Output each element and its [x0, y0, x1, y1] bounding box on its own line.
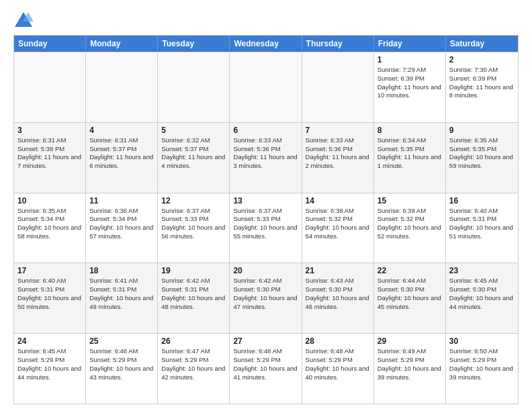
- day-info: Sunrise: 6:41 AM Sunset: 5:31 PM Dayligh…: [89, 277, 154, 311]
- header-day-thursday: Thursday: [302, 36, 374, 52]
- day-info: Sunrise: 6:46 AM Sunset: 5:29 PM Dayligh…: [89, 347, 154, 381]
- day-cell-9: 9Sunrise: 6:35 AM Sunset: 5:35 PM Daylig…: [446, 123, 518, 193]
- day-info: Sunrise: 6:40 AM Sunset: 5:31 PM Dayligh…: [17, 277, 82, 311]
- day-info: Sunrise: 6:48 AM Sunset: 5:29 PM Dayligh…: [306, 347, 370, 381]
- day-cell-12: 12Sunrise: 6:37 AM Sunset: 5:33 PM Dayli…: [158, 193, 230, 263]
- day-cell-25: 25Sunrise: 6:46 AM Sunset: 5:29 PM Dayli…: [86, 334, 158, 404]
- day-cell-6: 6Sunrise: 6:33 AM Sunset: 5:36 PM Daylig…: [230, 123, 302, 193]
- day-cell-4: 4Sunrise: 6:31 AM Sunset: 5:37 PM Daylig…: [86, 123, 158, 193]
- day-info: Sunrise: 6:44 AM Sunset: 5:30 PM Dayligh…: [378, 277, 442, 311]
- day-cell-2: 2Sunrise: 7:30 AM Sunset: 6:39 PM Daylig…: [446, 52, 518, 122]
- day-cell-30: 30Sunrise: 6:50 AM Sunset: 5:29 PM Dayli…: [446, 334, 518, 404]
- day-cell-13: 13Sunrise: 6:37 AM Sunset: 5:33 PM Dayli…: [230, 193, 302, 263]
- day-number: 26: [161, 336, 226, 346]
- day-number: 5: [161, 126, 226, 135]
- day-number: 10: [17, 196, 82, 205]
- day-cell-3: 3Sunrise: 6:31 AM Sunset: 5:38 PM Daylig…: [14, 123, 86, 193]
- day-info: Sunrise: 6:31 AM Sunset: 5:37 PM Dayligh…: [89, 136, 154, 171]
- day-number: 11: [89, 196, 154, 205]
- day-cell-11: 11Sunrise: 6:36 AM Sunset: 5:34 PM Dayli…: [86, 193, 158, 263]
- day-cell-29: 29Sunrise: 6:49 AM Sunset: 5:29 PM Dayli…: [374, 334, 446, 404]
- day-number: 27: [233, 336, 298, 346]
- day-cell-20: 20Sunrise: 6:42 AM Sunset: 5:30 PM Dayli…: [230, 263, 302, 333]
- empty-cell: [302, 52, 374, 122]
- day-number: 16: [449, 196, 515, 205]
- day-cell-18: 18Sunrise: 6:41 AM Sunset: 5:31 PM Dayli…: [86, 263, 158, 333]
- header-day-wednesday: Wednesday: [230, 36, 302, 52]
- day-number: 23: [449, 266, 515, 275]
- day-cell-24: 24Sunrise: 6:45 AM Sunset: 5:29 PM Dayli…: [14, 334, 86, 404]
- day-info: Sunrise: 6:31 AM Sunset: 5:38 PM Dayligh…: [17, 136, 82, 171]
- empty-cell: [230, 52, 302, 122]
- day-number: 3: [17, 126, 82, 135]
- day-number: 17: [17, 266, 82, 275]
- header-day-monday: Monday: [86, 36, 158, 52]
- day-cell-21: 21Sunrise: 6:43 AM Sunset: 5:30 PM Dayli…: [302, 263, 374, 333]
- day-info: Sunrise: 7:29 AM Sunset: 6:39 PM Dayligh…: [378, 66, 442, 100]
- day-cell-17: 17Sunrise: 6:40 AM Sunset: 5:31 PM Dayli…: [14, 263, 86, 333]
- day-number: 19: [161, 266, 226, 275]
- day-info: Sunrise: 6:45 AM Sunset: 5:30 PM Dayligh…: [449, 277, 515, 311]
- day-cell-5: 5Sunrise: 6:32 AM Sunset: 5:37 PM Daylig…: [158, 123, 230, 193]
- logo-icon: [13, 11, 34, 30]
- day-info: Sunrise: 7:30 AM Sunset: 6:39 PM Dayligh…: [449, 66, 515, 100]
- day-info: Sunrise: 6:37 AM Sunset: 5:33 PM Dayligh…: [161, 207, 226, 241]
- day-cell-19: 19Sunrise: 6:42 AM Sunset: 5:31 PM Dayli…: [158, 263, 230, 333]
- header-day-friday: Friday: [374, 36, 446, 52]
- day-info: Sunrise: 6:32 AM Sunset: 5:37 PM Dayligh…: [161, 136, 226, 171]
- page-header: [13, 11, 519, 30]
- calendar-row-0: 1Sunrise: 7:29 AM Sunset: 6:39 PM Daylig…: [14, 52, 518, 122]
- header-day-saturday: Saturday: [446, 36, 518, 52]
- day-number: 22: [378, 266, 442, 275]
- day-cell-26: 26Sunrise: 6:47 AM Sunset: 5:29 PM Dayli…: [158, 334, 230, 404]
- day-number: 18: [89, 266, 154, 275]
- day-cell-8: 8Sunrise: 6:34 AM Sunset: 5:35 PM Daylig…: [374, 123, 446, 193]
- day-number: 25: [89, 336, 154, 346]
- calendar-row-4: 24Sunrise: 6:45 AM Sunset: 5:29 PM Dayli…: [14, 333, 518, 404]
- day-number: 20: [233, 266, 298, 275]
- day-cell-14: 14Sunrise: 6:38 AM Sunset: 5:32 PM Dayli…: [302, 193, 374, 263]
- empty-cell: [86, 52, 158, 122]
- calendar-row-1: 3Sunrise: 6:31 AM Sunset: 5:38 PM Daylig…: [14, 122, 518, 193]
- day-cell-16: 16Sunrise: 6:40 AM Sunset: 5:31 PM Dayli…: [446, 193, 518, 263]
- day-cell-22: 22Sunrise: 6:44 AM Sunset: 5:30 PM Dayli…: [374, 263, 446, 333]
- day-cell-15: 15Sunrise: 6:39 AM Sunset: 5:32 PM Dayli…: [374, 193, 446, 263]
- calendar-row-2: 10Sunrise: 6:35 AM Sunset: 5:34 PM Dayli…: [14, 193, 518, 263]
- day-info: Sunrise: 6:38 AM Sunset: 5:32 PM Dayligh…: [306, 207, 370, 241]
- day-info: Sunrise: 6:39 AM Sunset: 5:32 PM Dayligh…: [378, 207, 442, 241]
- day-info: Sunrise: 6:49 AM Sunset: 5:29 PM Dayligh…: [378, 347, 442, 381]
- day-number: 14: [306, 196, 370, 205]
- day-cell-10: 10Sunrise: 6:35 AM Sunset: 5:34 PM Dayli…: [14, 193, 86, 263]
- empty-cell: [14, 52, 86, 122]
- day-cell-28: 28Sunrise: 6:48 AM Sunset: 5:29 PM Dayli…: [302, 334, 374, 404]
- day-cell-7: 7Sunrise: 6:33 AM Sunset: 5:36 PM Daylig…: [302, 123, 374, 193]
- calendar-row-3: 17Sunrise: 6:40 AM Sunset: 5:31 PM Dayli…: [14, 263, 518, 333]
- day-info: Sunrise: 6:35 AM Sunset: 5:34 PM Dayligh…: [17, 207, 82, 241]
- day-number: 1: [378, 55, 442, 64]
- day-cell-1: 1Sunrise: 7:29 AM Sunset: 6:39 PM Daylig…: [374, 52, 446, 122]
- day-info: Sunrise: 6:33 AM Sunset: 5:36 PM Dayligh…: [306, 136, 370, 171]
- day-number: 4: [89, 126, 154, 135]
- day-number: 6: [233, 126, 298, 135]
- header-day-tuesday: Tuesday: [158, 36, 230, 52]
- calendar-header: SundayMondayTuesdayWednesdayThursdayFrid…: [14, 36, 518, 52]
- day-number: 28: [306, 336, 370, 346]
- day-number: 15: [378, 196, 442, 205]
- logo: [13, 11, 36, 30]
- day-number: 13: [233, 196, 298, 205]
- day-info: Sunrise: 6:43 AM Sunset: 5:30 PM Dayligh…: [306, 277, 370, 311]
- empty-cell: [158, 52, 230, 122]
- day-info: Sunrise: 6:50 AM Sunset: 5:29 PM Dayligh…: [449, 347, 515, 381]
- day-info: Sunrise: 6:45 AM Sunset: 5:29 PM Dayligh…: [17, 347, 82, 381]
- day-number: 8: [378, 126, 442, 135]
- day-cell-27: 27Sunrise: 6:48 AM Sunset: 5:29 PM Dayli…: [230, 334, 302, 404]
- day-number: 30: [449, 336, 515, 346]
- day-info: Sunrise: 6:47 AM Sunset: 5:29 PM Dayligh…: [161, 347, 226, 381]
- day-number: 7: [306, 126, 370, 135]
- day-info: Sunrise: 6:42 AM Sunset: 5:31 PM Dayligh…: [161, 277, 226, 311]
- day-info: Sunrise: 6:48 AM Sunset: 5:29 PM Dayligh…: [233, 347, 298, 381]
- day-number: 24: [17, 336, 82, 346]
- day-number: 21: [306, 266, 370, 275]
- day-info: Sunrise: 6:33 AM Sunset: 5:36 PM Dayligh…: [233, 136, 298, 171]
- header-day-sunday: Sunday: [14, 36, 86, 52]
